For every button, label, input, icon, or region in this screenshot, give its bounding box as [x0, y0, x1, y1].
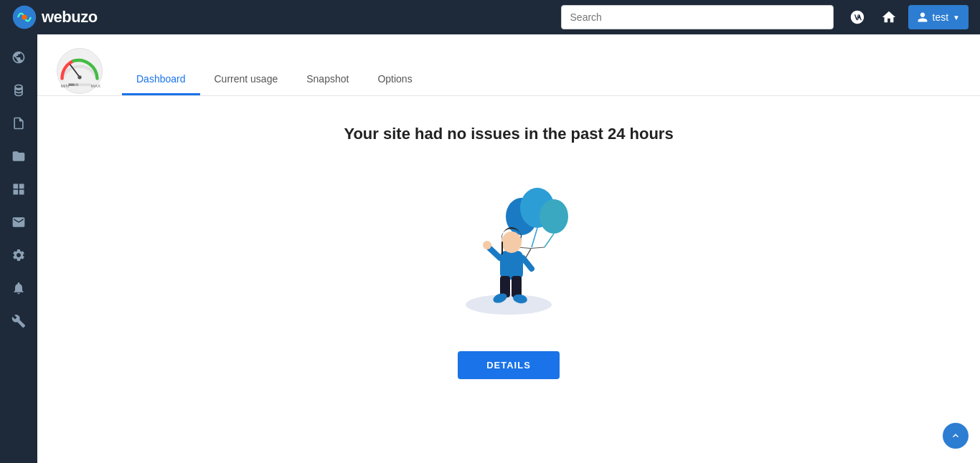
wordpress-icon-button[interactable] — [845, 5, 870, 29]
svg-line-21 — [489, 247, 500, 258]
sidebar — [0, 34, 37, 463]
svg-rect-18 — [500, 251, 523, 280]
svg-point-1 — [22, 14, 27, 19]
tab-dashboard[interactable]: Dashboard — [122, 65, 200, 95]
card-body: Your site had no issues in the past 24 h… — [37, 96, 980, 408]
wrench-icon — [11, 314, 26, 328]
topnav-icons: test ▼ — [845, 5, 969, 29]
svg-point-15 — [540, 199, 568, 234]
sidebar-item-globe[interactable] — [4, 43, 33, 72]
home-icon — [881, 9, 897, 25]
mail-icon — [11, 215, 26, 229]
no-issues-heading: Your site had no issues in the past 24 h… — [344, 125, 673, 143]
content-card: MIN MAX Dashboard Current usage Snapshot… — [37, 34, 980, 463]
grid-icon — [11, 182, 26, 196]
user-menu-button[interactable]: test ▼ — [908, 5, 969, 29]
sidebar-item-database[interactable] — [4, 76, 33, 105]
svg-text:MIN: MIN — [61, 83, 69, 88]
sidebar-item-folder[interactable] — [4, 142, 33, 171]
logo: webuzo — [11, 4, 98, 30]
svg-text:MAX: MAX — [91, 83, 100, 88]
sidebar-item-wrench[interactable] — [4, 307, 33, 335]
folder-icon — [11, 149, 26, 163]
user-icon — [917, 11, 928, 23]
svg-point-19 — [501, 231, 522, 253]
database-icon — [11, 83, 26, 97]
svg-rect-8 — [68, 84, 75, 87]
globe-icon — [11, 50, 26, 65]
svg-line-16 — [545, 234, 554, 247]
svg-point-4 — [77, 75, 81, 79]
svg-rect-9 — [75, 84, 78, 87]
svg-point-22 — [483, 241, 491, 249]
sidebar-item-settings[interactable] — [4, 241, 33, 269]
tab-snapshot[interactable]: Snapshot — [292, 65, 363, 95]
svg-rect-20 — [501, 242, 503, 254]
sidebar-item-mail[interactable] — [4, 208, 33, 237]
sidebar-item-grid[interactable] — [4, 175, 33, 204]
svg-line-23 — [523, 258, 532, 269]
settings-icon — [11, 248, 26, 262]
celebration-illustration — [437, 165, 580, 323]
wordpress-icon — [849, 9, 865, 25]
tab-current-usage[interactable]: Current usage — [200, 65, 293, 95]
chevron-down-icon: ▼ — [953, 14, 960, 22]
tabs: Dashboard Current usage Snapshot Options — [122, 65, 963, 95]
top-navigation: webuzo test ▼ — [0, 0, 980, 34]
chevron-up-icon — [950, 430, 961, 441]
bell-icon — [11, 281, 26, 295]
details-button[interactable]: DETAILS — [458, 351, 560, 379]
main-content: MIN MAX Dashboard Current usage Snapshot… — [37, 34, 980, 463]
search-input[interactable] — [561, 5, 834, 29]
logo-icon — [11, 4, 37, 30]
svg-point-10 — [466, 295, 552, 315]
file-icon — [11, 116, 26, 130]
tab-options[interactable]: Options — [363, 65, 426, 95]
card-header: MIN MAX Dashboard Current usage Snapshot… — [37, 34, 980, 96]
sidebar-item-bell[interactable] — [4, 274, 33, 302]
logo-text: webuzo — [42, 8, 98, 27]
user-label: test — [933, 11, 949, 23]
gauge-icon: MIN MAX — [55, 46, 105, 96]
svg-line-14 — [532, 228, 537, 247]
svg-rect-25 — [512, 276, 522, 297]
home-icon-button[interactable] — [877, 5, 901, 29]
sidebar-item-file[interactable] — [4, 109, 33, 138]
scroll-top-button[interactable] — [943, 423, 969, 449]
